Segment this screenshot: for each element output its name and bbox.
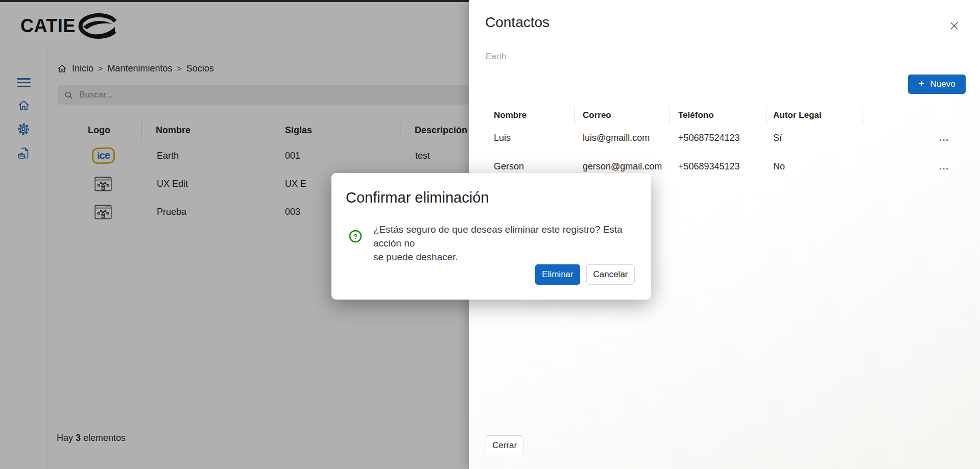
contact-row[interactable]: Luis luis@gmaill.com +50687524123 Sí ... bbox=[485, 124, 965, 152]
plus-icon: + bbox=[918, 78, 924, 90]
contacts-table: Nombre Correo Teléfono Autor Legal Luis … bbox=[485, 107, 965, 181]
new-contact-button[interactable]: + Nuevo bbox=[908, 75, 966, 94]
column-header-autor-legal: Autor Legal bbox=[767, 110, 863, 120]
drawer-subtitle: Earth bbox=[486, 52, 507, 62]
column-divider bbox=[767, 106, 767, 125]
dialog-message-line1: ¿Estás seguro de que deseas eliminar est… bbox=[373, 223, 651, 250]
cell-nombre: Luis bbox=[485, 133, 574, 143]
close-icon bbox=[949, 21, 959, 31]
cell-autor-legal: Sí bbox=[767, 133, 863, 143]
cancelar-button[interactable]: Cancelar bbox=[586, 264, 635, 285]
row-actions-menu-button[interactable]: ... bbox=[939, 133, 949, 143]
dialog-message: ¿Estás seguro de que deseas eliminar est… bbox=[373, 223, 651, 264]
new-button-label: Nuevo bbox=[930, 79, 955, 89]
confirm-delete-dialog: Confirmar eliminación ? ¿Estás seguro de… bbox=[331, 173, 651, 300]
cell-correo: gerson@gmail.com bbox=[574, 161, 670, 172]
cell-correo: luis@gmaill.com bbox=[574, 133, 670, 143]
svg-text:?: ? bbox=[353, 233, 357, 240]
column-divider bbox=[670, 106, 670, 125]
cell-autor-legal: No bbox=[767, 161, 863, 172]
column-header-nombre: Nombre bbox=[485, 110, 574, 120]
dialog-buttons: Eliminar Cancelar bbox=[535, 264, 635, 285]
dialog-title: Confirmar eliminación bbox=[346, 189, 489, 206]
column-header-correo: Correo bbox=[574, 110, 670, 120]
cell-telefono: +50689345123 bbox=[670, 161, 767, 172]
dialog-message-line2: se puede deshacer. bbox=[373, 250, 651, 264]
cell-telefono: +50687524123 bbox=[670, 133, 767, 143]
drawer-title: Contactos bbox=[485, 14, 549, 31]
drawer-cerrar-button[interactable]: Cerrar bbox=[486, 435, 523, 455]
eliminar-button[interactable]: Eliminar bbox=[535, 264, 580, 285]
question-circle-icon: ? bbox=[349, 230, 362, 243]
row-actions-menu-button[interactable]: ... bbox=[939, 161, 949, 171]
column-header-telefono: Teléfono bbox=[670, 110, 767, 120]
drawer-close-button[interactable] bbox=[947, 18, 961, 33]
cell-nombre: Gerson bbox=[485, 161, 574, 172]
column-divider bbox=[574, 106, 575, 125]
contacts-table-header: Nombre Correo Teléfono Autor Legal bbox=[485, 107, 965, 124]
column-divider bbox=[863, 106, 863, 125]
